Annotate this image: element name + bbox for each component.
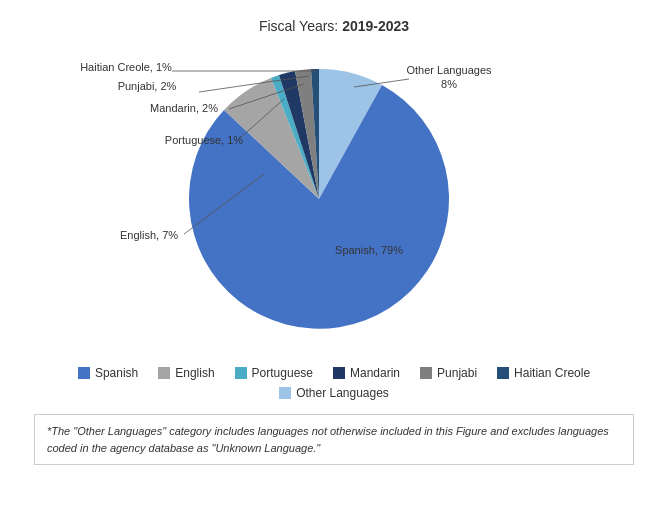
pie-chart-svg: Spanish, 79% English, 7% Portuguese, 1% … bbox=[64, 44, 604, 354]
legend-box-other-languages bbox=[279, 387, 291, 399]
legend-label-spanish: Spanish bbox=[95, 366, 138, 380]
legend-box-mandarin bbox=[333, 367, 345, 379]
legend-item-punjabi: Punjabi bbox=[420, 366, 477, 380]
legend-item-english: English bbox=[158, 366, 214, 380]
legend-label-mandarin: Mandarin bbox=[350, 366, 400, 380]
legend-box-english bbox=[158, 367, 170, 379]
legend-label-english: English bbox=[175, 366, 214, 380]
label-portuguese: Portuguese, 1% bbox=[165, 134, 243, 146]
legend-label-punjabi: Punjabi bbox=[437, 366, 477, 380]
legend-item-spanish: Spanish bbox=[78, 366, 138, 380]
footnote-text: *The "Other Languages" category includes… bbox=[47, 425, 609, 454]
chart-legend: Spanish English Portuguese Mandarin Punj… bbox=[44, 366, 624, 400]
footnote: *The "Other Languages" category includes… bbox=[34, 414, 634, 465]
label-english: English, 7% bbox=[120, 229, 178, 241]
legend-label-portuguese: Portuguese bbox=[252, 366, 313, 380]
label-spanish: Spanish, 79% bbox=[335, 244, 403, 256]
legend-box-spanish bbox=[78, 367, 90, 379]
pie-chart-container: Spanish, 79% English, 7% Portuguese, 1% … bbox=[64, 44, 604, 354]
chart-title: Fiscal Years: 2019-2023 bbox=[259, 18, 409, 34]
legend-label-other-languages: Other Languages bbox=[296, 386, 389, 400]
label-punjabi: Punjabi, 2% bbox=[118, 80, 177, 92]
legend-box-punjabi bbox=[420, 367, 432, 379]
legend-label-haitian-creole: Haitian Creole bbox=[514, 366, 590, 380]
label-mandarin: Mandarin, 2% bbox=[150, 102, 218, 114]
legend-box-haitian-creole bbox=[497, 367, 509, 379]
legend-item-haitian-creole: Haitian Creole bbox=[497, 366, 590, 380]
legend-item-portuguese: Portuguese bbox=[235, 366, 313, 380]
label-haitian-creole: Haitian Creole, 1% bbox=[80, 61, 172, 73]
legend-item-mandarin: Mandarin bbox=[333, 366, 400, 380]
legend-item-other-languages: Other Languages bbox=[279, 386, 389, 400]
legend-box-portuguese bbox=[235, 367, 247, 379]
label-other-languages: Other Languages bbox=[406, 64, 492, 76]
label-other-languages-pct: 8% bbox=[441, 78, 457, 90]
